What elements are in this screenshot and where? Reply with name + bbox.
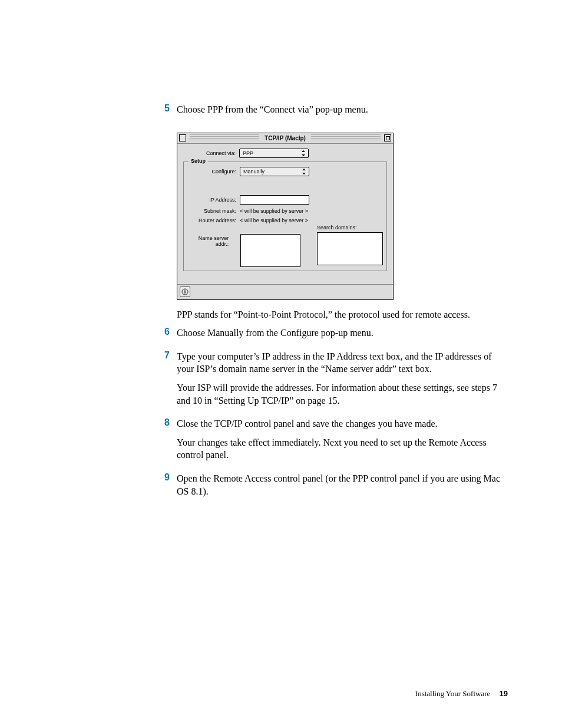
step-8-text-2: Your changes take effect immediately. Ne… xyxy=(177,436,508,462)
setup-legend: Setup xyxy=(189,158,208,164)
tcpip-window: TCP/IP (MacIp) Connect via: PPP Setup Co… xyxy=(177,133,394,300)
step-8: 8 Close the TCP/IP control panel and sav… xyxy=(154,417,508,467)
step-text: Close the TCP/IP control panel and save … xyxy=(170,417,508,467)
titlebar-stripes xyxy=(311,134,381,141)
step-number: 8 xyxy=(154,417,170,467)
step-7-text-2: Your ISP will provide the addresses. For… xyxy=(177,381,508,407)
svg-point-1 xyxy=(184,289,186,291)
zoom-box-icon[interactable] xyxy=(384,134,391,141)
step-number: 9 xyxy=(154,472,170,503)
step-7: 7 Type your computer’s IP address in the… xyxy=(154,350,508,413)
step-6-text: Choose Manually from the Configure pop-u… xyxy=(177,327,373,340)
info-icon xyxy=(181,288,189,295)
step-9: 9 Open the Remote Access control panel (… xyxy=(154,472,508,503)
close-box-icon[interactable] xyxy=(179,134,186,141)
connect-via-row: Connect via: PPP xyxy=(183,149,387,158)
search-domains-input[interactable] xyxy=(317,232,383,265)
tcpip-window-figure: TCP/IP (MacIp) Connect via: PPP Setup Co… xyxy=(177,133,394,300)
titlebar[interactable]: TCP/IP (MacIp) xyxy=(177,133,393,144)
configure-value: Manually xyxy=(243,169,265,174)
connect-via-value: PPP xyxy=(243,150,253,156)
search-domains-group: Search domains: xyxy=(317,225,383,267)
ppp-explanation: PPP stands for “Point-to-Point Protocol,… xyxy=(177,308,508,321)
step-text: Type your computer’s IP address in the I… xyxy=(170,350,508,413)
statusbar xyxy=(177,284,393,299)
step-number: 7 xyxy=(154,350,170,413)
info-button[interactable] xyxy=(180,286,190,297)
configure-popup[interactable]: Manually xyxy=(240,167,309,176)
configure-row: Configure: Manually xyxy=(187,167,383,176)
name-server-input[interactable] xyxy=(240,234,300,267)
search-domains-label: Search domains: xyxy=(317,225,383,230)
ip-address-label: IP Address: xyxy=(187,197,240,203)
subnet-value: < will be supplied by server > xyxy=(240,208,308,214)
step-number: 5 xyxy=(154,103,170,122)
subnet-row: Subnet mask: < will be supplied by serve… xyxy=(187,208,383,214)
popup-arrows-icon xyxy=(301,169,307,174)
window-body: Connect via: PPP Setup Configure: Manual… xyxy=(177,144,393,284)
setup-fieldset: Setup Configure: Manually IP Address: xyxy=(183,162,387,271)
step-number: 6 xyxy=(154,327,170,345)
subnet-label: Subnet mask: xyxy=(187,208,240,214)
titlebar-stripes xyxy=(190,134,259,141)
step-5: 5 Choose PPP from the “Connect via” pop-… xyxy=(154,103,508,122)
lower-area: Name server addr.: Search domains: xyxy=(187,234,383,267)
footer-page-number: 19 xyxy=(500,689,508,698)
configure-label: Configure: xyxy=(187,169,240,174)
connect-via-label: Connect via: xyxy=(183,150,239,156)
router-label: Router address: xyxy=(187,218,240,223)
step-7-text: Type your computer’s IP address in the I… xyxy=(177,350,508,375)
step-6: 6 Choose Manually from the Configure pop… xyxy=(154,327,508,345)
ip-address-row: IP Address: xyxy=(187,195,383,205)
step-9-text: Open the Remote Access control panel (or… xyxy=(177,472,508,498)
ip-address-input[interactable] xyxy=(240,195,309,205)
page-footer: Installing Your Software 19 xyxy=(415,689,508,699)
footer-section: Installing Your Software xyxy=(415,689,490,698)
step-text: Open the Remote Access control panel (or… xyxy=(170,472,508,503)
window-title: TCP/IP (MacIp) xyxy=(261,135,309,141)
step-5-text: Choose PPP from the “Connect via” pop-up… xyxy=(177,103,368,116)
step-text: Choose Manually from the Configure pop-u… xyxy=(170,327,373,345)
router-row: Router address: < will be supplied by se… xyxy=(187,218,383,223)
step-8-text: Close the TCP/IP control panel and save … xyxy=(177,417,508,430)
svg-rect-2 xyxy=(184,291,186,294)
connect-via-popup[interactable]: PPP xyxy=(239,149,309,158)
page: 5 Choose PPP from the “Connect via” pop-… xyxy=(0,0,562,728)
router-value: < will be supplied by server > xyxy=(240,218,308,223)
step-text: Choose PPP from the “Connect via” pop-up… xyxy=(170,103,368,122)
popup-arrows-icon xyxy=(300,150,306,156)
ns-label: Name server addr.: xyxy=(187,234,232,267)
